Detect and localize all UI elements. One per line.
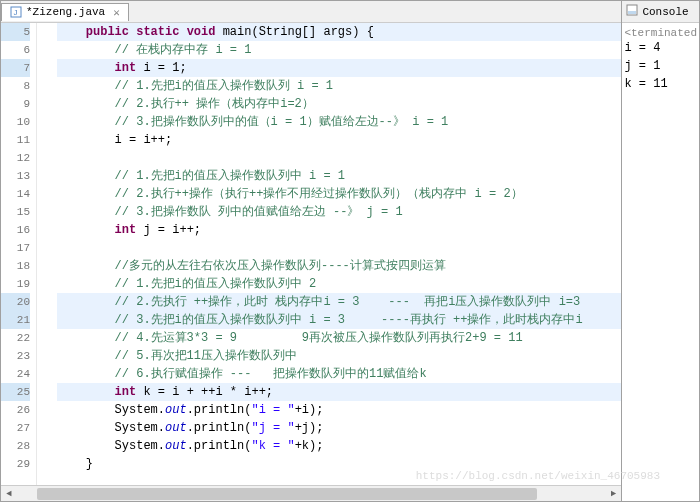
code-line[interactable]: // 在栈内存中存 i = 1 bbox=[57, 41, 621, 59]
code-line[interactable]: //多元的从左往右依次压入操作数队列----计算式按四则运算 bbox=[57, 257, 621, 275]
code-line[interactable]: // 1.先把i的值压入操作数队列中 i = 1 bbox=[57, 167, 621, 185]
line-number: 14 bbox=[1, 185, 30, 203]
code-line[interactable]: System.out.println("i = "+i); bbox=[57, 401, 621, 419]
line-number: 25 bbox=[1, 383, 30, 401]
line-number: 5 bbox=[1, 23, 30, 41]
code-line[interactable]: i = i++; bbox=[57, 131, 621, 149]
console-body: <terminated i = 4j = 1k = 11 bbox=[622, 23, 699, 501]
code-line[interactable]: } bbox=[57, 455, 621, 473]
code-line[interactable]: int j = i++; bbox=[57, 221, 621, 239]
line-number: 12 bbox=[1, 149, 30, 167]
code-line[interactable]: // 3.把操作数队列中的值（i = 1）赋值给左边--》 i = 1 bbox=[57, 113, 621, 131]
line-number: 24 bbox=[1, 365, 30, 383]
code-area[interactable]: public static void main(String[] args) {… bbox=[37, 23, 621, 485]
close-icon[interactable]: ✕ bbox=[113, 6, 120, 19]
line-number: 29 bbox=[1, 455, 30, 473]
line-number: 11 bbox=[1, 131, 30, 149]
console-panel: Console <terminated i = 4j = 1k = 11 bbox=[622, 0, 700, 502]
code-line[interactable]: int k = i + ++i * i++; bbox=[57, 383, 621, 401]
scroll-right-icon[interactable]: ► bbox=[605, 486, 621, 502]
console-line: j = 1 bbox=[624, 57, 697, 75]
line-number: 6 bbox=[1, 41, 30, 59]
line-number: 20 bbox=[1, 293, 30, 311]
code-line[interactable]: // 4.先运算3*3 = 9 9再次被压入操作数队列再执行2+9 = 11 bbox=[57, 329, 621, 347]
line-number: 21 bbox=[1, 311, 30, 329]
line-number: 7 bbox=[1, 59, 30, 77]
code-line[interactable]: // 3.先把i的值压入操作数队列中 i = 3 ----再执行 ++操作，此时… bbox=[57, 311, 621, 329]
java-file-icon: J bbox=[10, 6, 22, 18]
console-output: i = 4j = 1k = 11 bbox=[624, 39, 697, 93]
tab-bar: J *Zizeng.java ✕ bbox=[1, 1, 621, 23]
code-container: 5678910111213141516171819202122232425262… bbox=[1, 23, 621, 485]
code-line[interactable]: int i = 1; bbox=[57, 59, 621, 77]
code-line[interactable]: // 2.执行++操作（执行++操作不用经过操作数队列）（栈内存中 i = 2） bbox=[57, 185, 621, 203]
console-tab[interactable]: Console bbox=[622, 1, 699, 23]
code-line[interactable]: // 2.先执行 ++操作，此时 栈内存中i = 3 --- 再把i压入操作数队… bbox=[57, 293, 621, 311]
line-number: 15 bbox=[1, 203, 30, 221]
console-line: k = 11 bbox=[624, 75, 697, 93]
code-line[interactable]: System.out.println("k = "+k); bbox=[57, 437, 621, 455]
line-number: 27 bbox=[1, 419, 30, 437]
code-line[interactable]: // 1.先把i的值压入操作数队列中 2 bbox=[57, 275, 621, 293]
file-tab[interactable]: J *Zizeng.java ✕ bbox=[1, 3, 129, 21]
line-number: 10 bbox=[1, 113, 30, 131]
line-number: 16 bbox=[1, 221, 30, 239]
line-number: 13 bbox=[1, 167, 30, 185]
code-line[interactable]: // 2.执行++ 操作（栈内存中i=2） bbox=[57, 95, 621, 113]
svg-rect-3 bbox=[628, 11, 636, 14]
code-line[interactable]: // 5.再次把11压入操作数队列中 bbox=[57, 347, 621, 365]
console-icon bbox=[626, 4, 638, 19]
line-number: 23 bbox=[1, 347, 30, 365]
svg-text:J: J bbox=[13, 8, 18, 17]
line-number: 22 bbox=[1, 329, 30, 347]
scroll-thumb[interactable] bbox=[37, 488, 537, 500]
line-number: 18 bbox=[1, 257, 30, 275]
code-line[interactable]: System.out.println("j = "+j); bbox=[57, 419, 621, 437]
scroll-left-icon[interactable]: ◄ bbox=[1, 486, 17, 502]
terminated-label: <terminated bbox=[624, 27, 697, 39]
line-number: 26 bbox=[1, 401, 30, 419]
code-line[interactable]: // 3.把操作数队 列中的值赋值给左边 --》 j = 1 bbox=[57, 203, 621, 221]
console-line: i = 4 bbox=[624, 39, 697, 57]
console-label: Console bbox=[642, 6, 688, 18]
line-number: 19 bbox=[1, 275, 30, 293]
code-line[interactable] bbox=[57, 149, 621, 167]
editor-panel: J *Zizeng.java ✕ 56789101112131415161718… bbox=[0, 0, 622, 502]
code-line[interactable]: // 6.执行赋值操作 --- 把操作数队列中的11赋值给k bbox=[57, 365, 621, 383]
line-number: 8 bbox=[1, 77, 30, 95]
code-line[interactable] bbox=[57, 239, 621, 257]
horizontal-scrollbar[interactable]: ◄ ► bbox=[1, 485, 621, 501]
line-number: 17 bbox=[1, 239, 30, 257]
code-line[interactable]: public static void main(String[] args) { bbox=[57, 23, 621, 41]
line-number: 28 bbox=[1, 437, 30, 455]
line-number-gutter: 5678910111213141516171819202122232425262… bbox=[1, 23, 37, 485]
tab-title: *Zizeng.java bbox=[26, 6, 105, 18]
code-line[interactable]: // 1.先把i的值压入操作数队列 i = 1 bbox=[57, 77, 621, 95]
line-number: 9 bbox=[1, 95, 30, 113]
